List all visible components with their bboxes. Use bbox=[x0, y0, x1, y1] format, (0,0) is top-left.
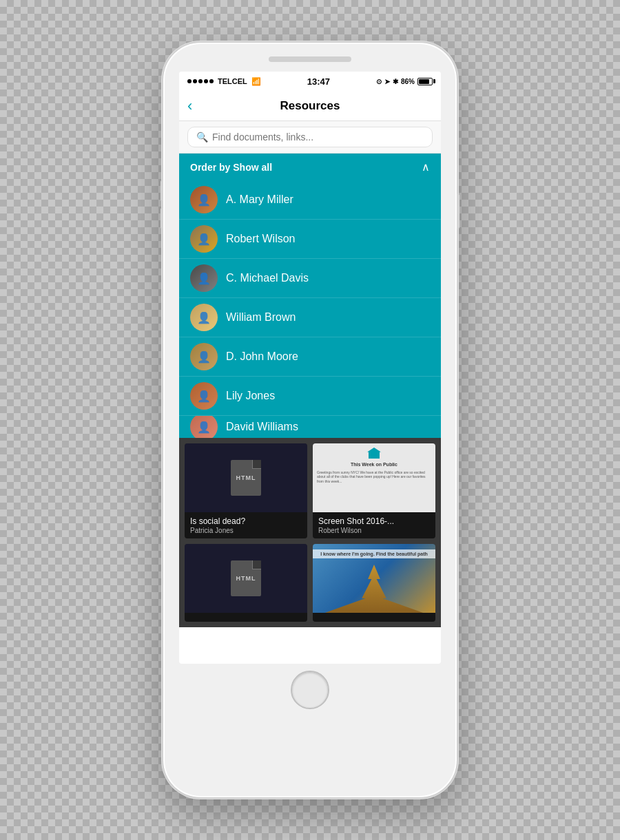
resource-author: Patricia Jones bbox=[190, 527, 302, 534]
list-item[interactable]: 👤 D. John Moore bbox=[179, 337, 441, 377]
page-title: Resources bbox=[280, 99, 340, 113]
navigation-icon: ➤ bbox=[384, 78, 390, 85]
battery-icon bbox=[417, 78, 433, 85]
screenshot-icon bbox=[367, 448, 381, 459]
person-name: Robert Wilson bbox=[226, 233, 295, 245]
avatar: 👤 bbox=[190, 304, 218, 331]
resource-thumbnail: HTML bbox=[185, 443, 307, 512]
avatar: 👤 bbox=[190, 264, 218, 292]
list-item[interactable]: 👤 Robert Wilson bbox=[179, 220, 441, 259]
screenshot-header bbox=[317, 448, 431, 459]
filter-label: Order by Show all bbox=[190, 162, 272, 173]
search-input[interactable] bbox=[212, 132, 424, 143]
filter-header[interactable]: Order by Show all ∧ bbox=[179, 154, 441, 180]
avatar: 👤 bbox=[190, 382, 218, 410]
avatar: 👤 bbox=[190, 416, 218, 438]
people-list: 👤 A. Mary Miller 👤 Robert Wilson 👤 C. Mi… bbox=[179, 180, 441, 438]
signal-dot-5 bbox=[209, 79, 214, 83]
bluetooth-icon: ✱ bbox=[393, 78, 398, 85]
file-shape: HTML bbox=[231, 460, 261, 496]
back-button[interactable]: ‹ bbox=[187, 97, 192, 115]
resource-card[interactable]: This Week on Public Greetings from sunny… bbox=[313, 443, 435, 538]
person-name: A. Mary Miller bbox=[226, 193, 293, 206]
search-bar: 🔍 bbox=[179, 121, 441, 154]
resource-card[interactable]: HTML bbox=[185, 544, 307, 622]
list-item[interactable]: 👤 Lily Jones bbox=[179, 377, 441, 416]
avatar: 👤 bbox=[190, 225, 218, 253]
resources-grid: HTML Is social dead? Patricia Jones bbox=[179, 438, 441, 627]
battery-fill bbox=[419, 79, 429, 84]
navigation-bar: ‹ Resources bbox=[179, 91, 441, 121]
list-item-partial[interactable]: 👤 David Williams bbox=[179, 416, 441, 438]
resource-image: I know where I'm going. Find the beautif… bbox=[313, 544, 435, 613]
status-left: TELCEL 📶 bbox=[187, 77, 261, 86]
person-name: William Brown bbox=[226, 311, 296, 324]
search-icon: 🔍 bbox=[196, 132, 208, 143]
volume-up-button[interactable] bbox=[161, 180, 163, 201]
phone-screen: TELCEL 📶 13:47 ⊙ ➤ ✱ 86% ‹ Resources 🔍 bbox=[179, 72, 441, 664]
volume-down-button[interactable] bbox=[161, 208, 163, 229]
resource-card[interactable]: I know where I'm going. Find the beautif… bbox=[313, 544, 435, 622]
battery-percent: 86% bbox=[401, 78, 415, 85]
resource-title: Screen Shot 2016-... bbox=[318, 516, 430, 526]
list-item[interactable]: 👤 A. Mary Miller bbox=[179, 180, 441, 220]
phone-frame: TELCEL 📶 13:47 ⊙ ➤ ✱ 86% ‹ Resources 🔍 bbox=[162, 41, 458, 799]
list-item[interactable]: 👤 William Brown bbox=[179, 298, 441, 337]
html-file-icon: HTML bbox=[231, 560, 261, 596]
list-item[interactable]: 👤 C. Michael Davis bbox=[179, 259, 441, 298]
resource-info: Screen Shot 2016-... Robert Wilson bbox=[313, 512, 435, 538]
search-input-wrap[interactable]: 🔍 bbox=[187, 127, 433, 147]
person-name: D. John Moore bbox=[226, 350, 298, 363]
html-file-icon: HTML bbox=[231, 460, 261, 496]
avatar: 👤 bbox=[190, 343, 218, 370]
avatar: 👤 bbox=[190, 186, 218, 213]
resource-thumbnail: HTML bbox=[185, 544, 307, 613]
phone-bottom bbox=[291, 671, 329, 709]
resource-info bbox=[313, 613, 435, 622]
location-icon: ⊙ bbox=[376, 78, 382, 85]
file-shape: HTML bbox=[231, 560, 261, 596]
wifi-icon: 📶 bbox=[251, 77, 261, 86]
screenshot-body: Greetings from sunny NYC! We have at the… bbox=[317, 470, 431, 484]
signal-dot-3 bbox=[198, 79, 203, 83]
status-time: 13:47 bbox=[307, 76, 330, 87]
speaker bbox=[269, 56, 351, 62]
resource-screenshot: This Week on Public Greetings from sunny… bbox=[313, 443, 435, 512]
image-overlay-text: I know where I'm going. Find the beautif… bbox=[313, 549, 435, 558]
carrier-label: TELCEL bbox=[218, 77, 247, 85]
person-name: David Williams bbox=[226, 421, 298, 433]
eiffel-tower bbox=[313, 565, 435, 613]
person-name: Lily Jones bbox=[226, 390, 275, 402]
resource-info: Is social dead? Patricia Jones bbox=[185, 512, 307, 538]
status-right: ⊙ ➤ ✱ 86% bbox=[376, 78, 433, 85]
file-type-label: HTML bbox=[236, 575, 256, 582]
resource-title: Is social dead? bbox=[190, 516, 302, 526]
power-button[interactable] bbox=[457, 194, 459, 229]
signal-bars bbox=[187, 79, 214, 83]
screenshot-content: This Week on Public Greetings from sunny… bbox=[313, 443, 435, 487]
chevron-up-icon[interactable]: ∧ bbox=[422, 160, 430, 174]
status-bar: TELCEL 📶 13:47 ⊙ ➤ ✱ 86% bbox=[179, 72, 441, 91]
signal-dot-4 bbox=[204, 79, 208, 83]
file-type-label: HTML bbox=[236, 474, 256, 481]
screenshot-title: This Week on Public bbox=[317, 461, 431, 468]
home-button[interactable] bbox=[291, 671, 329, 709]
signal-dot-2 bbox=[193, 79, 197, 83]
person-name: C. Michael Davis bbox=[226, 272, 309, 284]
signal-dot-1 bbox=[187, 79, 192, 83]
resource-info bbox=[185, 613, 307, 622]
resource-card[interactable]: HTML Is social dead? Patricia Jones bbox=[185, 443, 307, 538]
resource-author: Robert Wilson bbox=[318, 527, 430, 534]
